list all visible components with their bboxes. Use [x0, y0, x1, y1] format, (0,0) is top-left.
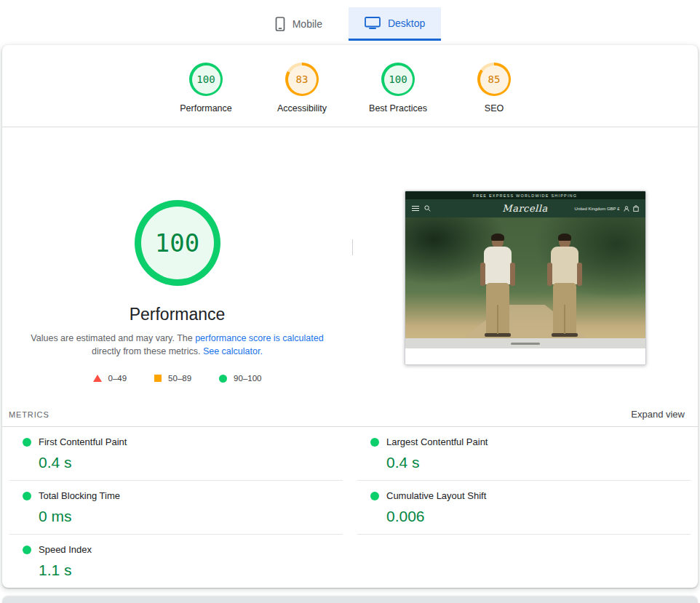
- score-gauge-ring: 100: [189, 63, 223, 96]
- thumbnail-footer-area: [405, 348, 645, 364]
- fail-triangle-icon: [93, 375, 102, 382]
- metric-value: 1.1 s: [39, 561, 343, 579]
- metric-status-dot: [23, 546, 31, 554]
- legend-range: 90–100: [234, 374, 261, 383]
- pass-circle-icon: [219, 375, 227, 383]
- metric-speed-index: Speed Index 1.1 s: [9, 535, 343, 588]
- metric-empty-cell: [357, 535, 691, 588]
- metric-total-blocking-time: Total Blocking Time 0 ms: [9, 481, 343, 535]
- category-score-performance[interactable]: 100 Performance: [171, 63, 241, 113]
- tab-desktop-label: Desktop: [388, 17, 425, 29]
- metric-value: 0.4 s: [386, 453, 691, 471]
- tab-desktop[interactable]: Desktop: [349, 7, 441, 41]
- category-score-accessibility[interactable]: 83 Accessibility: [267, 63, 337, 113]
- model-figure-left: [481, 233, 514, 337]
- person-icon: [624, 206, 629, 212]
- metric-value: 0.006: [386, 507, 691, 525]
- score-value: 83: [296, 73, 309, 85]
- score-label: Accessibility: [277, 103, 327, 113]
- category-scores-row: 100 Performance 83 Accessibility 100 Bes…: [2, 45, 698, 127]
- performance-title: Performance: [130, 305, 226, 324]
- metric-first-contentful-paint: First Contentful Paint 0.4 s: [9, 427, 343, 481]
- category-score-best-practices[interactable]: 100 Best Practices: [363, 63, 433, 113]
- metric-status-dot: [23, 492, 31, 500]
- thumbnail-subheader-strip: [405, 338, 645, 348]
- thumbnail-banner-text: FREE EXPRESS WORLDWIDE SHIPPING: [473, 193, 578, 198]
- category-score-seo[interactable]: 85 SEO: [459, 63, 529, 113]
- search-icon: [424, 205, 431, 212]
- next-section-bar: [2, 596, 698, 603]
- expand-view-button[interactable]: Expand view: [631, 409, 685, 420]
- legend-item-average: 50–89: [154, 374, 191, 383]
- legend-item-pass: 90–100: [219, 374, 261, 383]
- model-figure-right: [548, 233, 581, 337]
- thumbnail-site-header: Marcella United Kingdom GBP £: [405, 199, 645, 217]
- thumbnail-nav-left: [412, 205, 431, 212]
- metric-status-dot: [23, 438, 31, 447]
- metrics-heading: METRICS: [9, 410, 49, 419]
- performance-description: Values are estimated and may vary. The p…: [20, 332, 335, 358]
- description-text: Values are estimated and may vary. The: [31, 333, 195, 343]
- score-gauge-ring: 85: [477, 63, 511, 96]
- mobile-icon: [275, 17, 285, 31]
- score-legend: 0–49 50–89 90–100: [93, 374, 262, 383]
- hamburger-icon: [412, 205, 419, 212]
- thumbnail-nav-right: United Kingdom GBP £: [575, 205, 639, 212]
- score-label: Performance: [180, 103, 232, 113]
- lighthouse-report-card: 100 Performance 83 Accessibility 100 Bes…: [2, 45, 698, 588]
- thumbnail-strip-text: [511, 343, 540, 345]
- legend-range: 0–49: [108, 374, 127, 383]
- metric-largest-contentful-paint: Largest Contentful Paint 0.4 s: [357, 427, 691, 481]
- site-logo: Marcella: [502, 203, 547, 214]
- hero-image: [405, 217, 645, 338]
- performance-summary-left: 100 Performance Values are estimated and…: [2, 127, 352, 399]
- performance-summary-right: FREE EXPRESS WORLDWIDE SHIPPING Marcella…: [352, 127, 698, 399]
- metrics-header: METRICS Expand view: [2, 399, 698, 427]
- metric-name: Speed Index: [39, 544, 92, 556]
- score-value: 85: [488, 73, 501, 85]
- performance-score-value: 100: [155, 228, 199, 257]
- see-calculator-link[interactable]: See calculator.: [203, 346, 263, 356]
- description-text: directly from these metrics.: [92, 346, 203, 356]
- desktop-icon: [365, 17, 381, 29]
- metric-name: First Contentful Paint: [39, 436, 127, 448]
- metric-name: Total Blocking Time: [39, 490, 120, 502]
- score-value: 100: [389, 73, 407, 85]
- legend-range: 50–89: [168, 374, 191, 383]
- score-value: 100: [196, 73, 215, 85]
- metrics-grid: First Contentful Paint 0.4 s Largest Con…: [2, 427, 698, 588]
- page-screenshot-thumbnail[interactable]: FREE EXPRESS WORLDWIDE SHIPPING Marcella…: [405, 191, 646, 365]
- device-tabs: Mobile Desktop: [0, 0, 700, 45]
- score-gauge-ring: 100: [381, 63, 415, 96]
- performance-gauge-ring: 100: [135, 200, 220, 286]
- metric-status-dot: [370, 492, 379, 500]
- metric-name: Largest Contentful Paint: [386, 436, 488, 448]
- bag-icon: [633, 205, 639, 212]
- metric-value: 0 ms: [39, 507, 343, 525]
- score-label: Best Practices: [369, 103, 427, 113]
- average-square-icon: [154, 375, 162, 382]
- region-selector-text: United Kingdom GBP £: [575, 207, 620, 211]
- tab-mobile[interactable]: Mobile: [259, 7, 338, 41]
- performance-summary: 100 Performance Values are estimated and…: [2, 127, 698, 399]
- tab-mobile-label: Mobile: [293, 18, 322, 30]
- metric-status-dot: [370, 438, 379, 447]
- metric-cumulative-layout-shift: Cumulative Layout Shift 0.006: [357, 481, 691, 535]
- score-gauge-ring: 83: [285, 63, 319, 96]
- score-label: SEO: [485, 103, 504, 113]
- performance-main-gauge: 100: [135, 200, 220, 286]
- summary-divider: [352, 239, 353, 255]
- metric-value: 0.4 s: [39, 453, 343, 471]
- thumbnail-promo-banner: FREE EXPRESS WORLDWIDE SHIPPING: [405, 191, 645, 199]
- legend-item-fail: 0–49: [93, 374, 127, 383]
- score-calculation-link[interactable]: performance score is calculated: [195, 333, 323, 343]
- metric-name: Cumulative Layout Shift: [386, 490, 486, 502]
